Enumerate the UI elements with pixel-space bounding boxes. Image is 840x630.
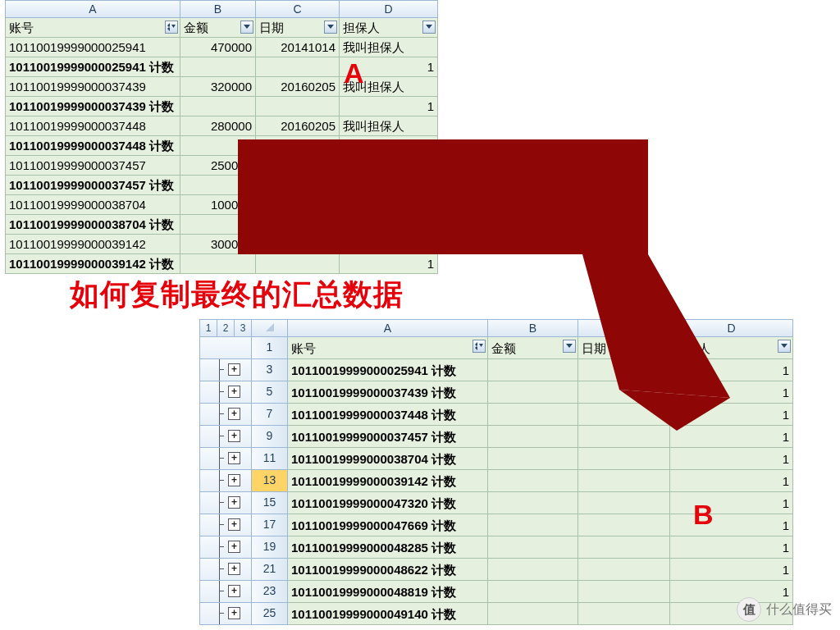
filter-button[interactable] (240, 21, 253, 34)
cell[interactable] (488, 559, 578, 581)
cell[interactable]: 320000 (180, 77, 256, 97)
cell[interactable]: 我叫担保人 (340, 38, 438, 57)
cell[interactable] (488, 426, 578, 448)
col-header-C-b[interactable]: C (578, 319, 670, 337)
cell[interactable]: 我叫担保人 (340, 156, 438, 176)
col-header-A[interactable]: A (5, 0, 180, 18)
expand-button[interactable]: + (228, 408, 240, 420)
cell[interactable] (256, 57, 340, 77)
cell[interactable]: 我叫担保人 (340, 77, 438, 97)
cell[interactable]: 10110019999000047669 计数 (288, 514, 488, 536)
cell[interactable]: 20160205 (256, 156, 340, 176)
cell[interactable]: 10110019999000037439 (5, 77, 180, 97)
cell[interactable]: 10110019999000039142 (5, 235, 180, 254)
filter-cell-date[interactable]: 日期 (578, 337, 670, 359)
cell[interactable]: 1 (670, 536, 793, 559)
cell[interactable]: 10110019999000037448 计数 (5, 136, 180, 156)
cell[interactable]: 1 (670, 470, 793, 492)
cell[interactable] (488, 514, 578, 536)
cell[interactable]: 10110019999000037457 计数 (5, 176, 180, 195)
row-header[interactable]: 11 (252, 448, 288, 470)
filter-cell-acct[interactable]: 账号 (5, 18, 180, 38)
cell[interactable]: 20160205 (256, 77, 340, 97)
filter-cell-date[interactable]: 日期 (256, 18, 340, 38)
cell[interactable]: 1 (670, 381, 793, 404)
cell[interactable] (578, 492, 670, 514)
cell[interactable]: 10110019999000037439 计数 (288, 381, 488, 404)
cell[interactable]: 10110019999000048622 计数 (288, 559, 488, 581)
filter-button[interactable] (422, 21, 436, 34)
filter-button[interactable] (324, 21, 337, 34)
cell[interactable] (256, 176, 340, 195)
col-header-D[interactable]: D (340, 0, 438, 18)
cell[interactable] (256, 136, 340, 156)
row-header[interactable]: 23 (252, 581, 288, 603)
cell[interactable]: 10110019999000037457 计数 (288, 426, 488, 448)
cell[interactable]: 280000 (180, 116, 256, 136)
filter-button[interactable] (165, 21, 178, 34)
row-header[interactable]: 19 (252, 536, 288, 559)
cell[interactable] (180, 136, 256, 156)
cell[interactable]: 470000 (180, 38, 256, 57)
cell[interactable] (488, 470, 578, 492)
cell[interactable]: 1 (340, 136, 438, 156)
col-header-D-b[interactable]: D (670, 319, 793, 337)
cell[interactable] (180, 176, 256, 195)
cell[interactable] (488, 536, 578, 559)
cell[interactable]: 10110019999000048819 计数 (288, 581, 488, 603)
cell[interactable]: 1 (670, 559, 793, 581)
filter-cell-acct[interactable]: 账号 (288, 337, 488, 359)
filter-button[interactable] (655, 340, 668, 353)
filter-button[interactable] (778, 340, 791, 353)
row-header[interactable]: 13 (252, 470, 288, 492)
cell[interactable]: 1 (340, 57, 438, 77)
row-header[interactable]: 1 (252, 337, 288, 359)
cell[interactable] (488, 359, 578, 381)
cell[interactable] (578, 559, 670, 581)
cell[interactable]: 10110019999000048285 计数 (288, 536, 488, 559)
col-header-B-b[interactable]: B (488, 319, 578, 337)
cell[interactable]: 1 (670, 514, 793, 536)
row-header-corner[interactable] (252, 319, 288, 337)
filter-cell-guarantor[interactable]: 担保人 (670, 337, 793, 359)
cell[interactable]: 10110019999000025941 计数 (5, 57, 180, 77)
cell[interactable] (488, 603, 578, 625)
cell[interactable] (256, 254, 340, 274)
row-header[interactable]: 5 (252, 381, 288, 404)
filter-button[interactable] (563, 340, 576, 353)
expand-button[interactable]: + (228, 430, 240, 442)
expand-button[interactable]: + (228, 452, 240, 464)
cell[interactable]: 1 (670, 359, 793, 381)
cell[interactable]: 10110019999000025941 (5, 38, 180, 57)
cell[interactable]: 1 (340, 215, 438, 235)
cell[interactable]: 1 (340, 176, 438, 195)
cell[interactable] (256, 215, 340, 235)
row-header[interactable]: 25 (252, 603, 288, 625)
row-header[interactable]: 17 (252, 514, 288, 536)
expand-button[interactable]: + (228, 363, 240, 376)
expand-button[interactable]: + (228, 518, 240, 531)
cell[interactable]: 1 (670, 448, 793, 470)
cell[interactable]: 1 (670, 492, 793, 514)
cell[interactable]: 我叫担保人 (340, 116, 438, 136)
cell[interactable]: 20160205 (256, 116, 340, 136)
cell[interactable] (256, 97, 340, 116)
row-header[interactable]: 7 (252, 404, 288, 426)
cell[interactable]: 10110019999000037448 计数 (288, 404, 488, 426)
cell[interactable] (578, 514, 670, 536)
col-header-B[interactable]: B (180, 0, 256, 18)
cell[interactable] (180, 215, 256, 235)
cell[interactable] (488, 492, 578, 514)
cell[interactable]: 10110019999000039142 计数 (288, 470, 488, 492)
cell[interactable]: 1 (340, 254, 438, 274)
cell[interactable]: 我叫担保人 (340, 195, 438, 215)
cell[interactable]: 10110019999000025941 计数 (288, 359, 488, 381)
row-header[interactable]: 21 (252, 559, 288, 581)
cell[interactable]: 1 (670, 404, 793, 426)
outline-level-3[interactable]: 3 (235, 319, 252, 337)
cell[interactable] (578, 426, 670, 448)
expand-button[interactable]: + (228, 386, 240, 398)
cell[interactable] (488, 581, 578, 603)
cell[interactable]: 10110019999000038704 (5, 195, 180, 215)
expand-button[interactable]: + (228, 541, 240, 553)
